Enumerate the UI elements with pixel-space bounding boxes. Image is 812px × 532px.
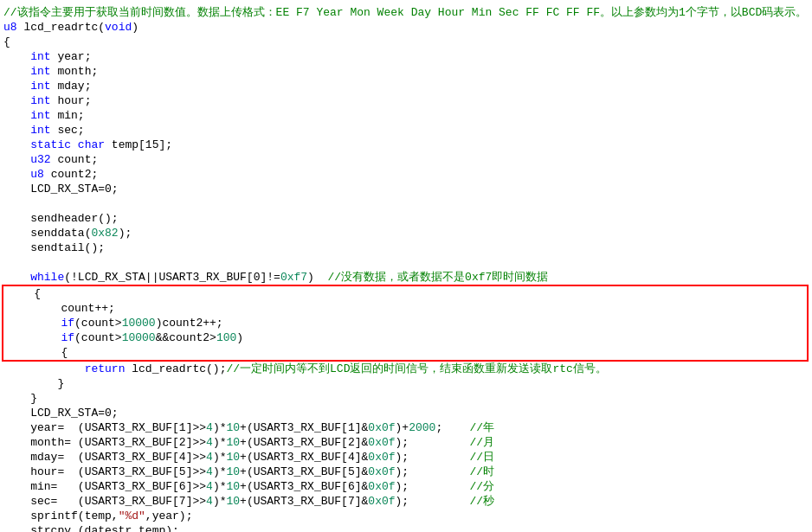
code-line: min= (USART3_RX_BUF[6]>>4)*10+(USART3_RX… — [0, 479, 812, 494]
code-line: sprintf(temp,"%d",year); — [0, 509, 812, 523]
red-highlight-box: { count++; if(count>10000)count2++; if(c… — [2, 285, 809, 362]
code-line: senddata(0x82); — [0, 226, 812, 240]
while-line: while(!LCD_RX_STA||USART3_RX_BUF[0]!=0xf… — [0, 270, 812, 285]
code-editor: //该指令主要用于获取当前时间数值。数据上传格式：EE F7 Year Mon … — [0, 0, 812, 532]
code-line: int hour; — [0, 93, 812, 108]
code-line: LCD_RX_STA=0; — [0, 182, 812, 196]
code-line: month= (USART3_RX_BUF[2]>>4)*10+(USART3_… — [0, 435, 812, 450]
code-line: hour= (USART3_RX_BUF[5]>>4)*10+(USART3_R… — [0, 465, 812, 479]
code-line: { — [0, 35, 812, 49]
code-line — [0, 196, 812, 211]
code-line: //该指令主要用于获取当前时间数值。数据上传格式：EE F7 Year Mon … — [0, 5, 812, 20]
code-line: } — [0, 391, 812, 406]
code-line: int sec; — [0, 123, 812, 138]
code-line: sendheader(); — [0, 211, 812, 226]
code-line: u8 lcd_readrtc(void) — [0, 20, 812, 35]
code-line: sec= (USART3_RX_BUF[7]>>4)*10+(USART3_RX… — [0, 494, 812, 509]
code-line: { — [3, 286, 807, 301]
code-line: } — [0, 376, 812, 391]
code-line: int month; — [0, 64, 812, 79]
code-line: LCD_RX_STA=0; — [0, 406, 812, 420]
code-line: count++; — [3, 301, 807, 316]
code-line: mday= (USART3_RX_BUF[4]>>4)*10+(USART3_R… — [0, 450, 812, 465]
code-line: if(count>10000)count2++; — [3, 316, 807, 330]
code-line: { — [3, 345, 807, 360]
code-line: if(count>10000&&count2>100) — [3, 330, 807, 345]
code-line: int year; — [0, 49, 812, 64]
code-line — [0, 255, 812, 270]
code-line: year= (USART3_RX_BUF[1]>>4)*10+(USART3_R… — [0, 420, 812, 435]
code-line: int mday; — [0, 79, 812, 93]
code-line: sendtail(); — [0, 240, 812, 255]
code-line: static char temp[15]; — [0, 138, 812, 152]
code-line: u8 count2; — [0, 167, 812, 182]
code-line: u32 count; — [0, 152, 812, 167]
code-content: //该指令主要用于获取当前时间数值。数据上传格式：EE F7 Year Mon … — [0, 3, 812, 532]
return-line: return lcd_readrtc();//一定时间内等不到LCD返回的时间信… — [0, 362, 812, 376]
code-line: strcpy (datestr,temp); — [0, 523, 812, 532]
code-line: int min; — [0, 108, 812, 123]
